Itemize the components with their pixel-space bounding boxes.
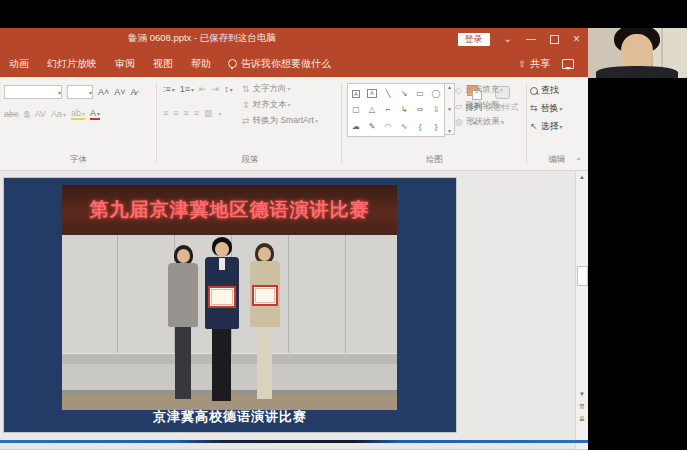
- highlight-color-icon[interactable]: ab: [71, 109, 85, 120]
- shape-outline-button[interactable]: ▱ 形状轮廓: [455, 100, 504, 112]
- group-label-font: 字体: [0, 154, 157, 166]
- bullets-icon[interactable]: :≡: [163, 85, 175, 94]
- shape-elbow-arrow-icon[interactable]: ↳: [401, 106, 408, 114]
- minimize-icon[interactable]: —: [526, 34, 536, 44]
- sign-in-button[interactable]: 登录: [458, 33, 490, 46]
- shapes-more-icon[interactable]: ▼: [447, 128, 452, 134]
- shape-textbox-icon[interactable]: A: [352, 90, 360, 98]
- grow-font-icon[interactable]: A˄: [98, 88, 109, 97]
- shapes-gallery[interactable]: A A ╲ ↘ ▭ ◯ ▢ △ ⌐ ↳ ⇨ ⇩ ☁ ✎ ◠ ∿ {: [347, 83, 445, 137]
- slide[interactable]: 第九届京津冀地区德语演讲比赛: [4, 178, 456, 432]
- video-call-stage: 鲁涵 0608.pptx - 已保存到这台电脑 登录 ⌄ — × 动画 幻灯片放…: [0, 0, 687, 450]
- shape-freeform-icon[interactable]: ✎: [369, 123, 376, 131]
- shape-curve-icon[interactable]: ∿: [401, 123, 408, 131]
- document-title: 鲁涵 0608.pptx - 已保存到这台电脑: [128, 32, 276, 45]
- previous-slide-button[interactable]: ⇈: [576, 402, 588, 412]
- slide-canvas[interactable]: 第九届京津冀地区德语演讲比赛: [0, 171, 588, 449]
- tell-me-label: 告诉我你想要做什么: [241, 57, 331, 71]
- tab-help[interactable]: 帮助: [182, 50, 220, 77]
- scroll-up-icon[interactable]: ▲: [576, 172, 588, 182]
- text-direction-button[interactable]: ⇅ 文字方向: [242, 83, 318, 95]
- title-bar: 鲁涵 0608.pptx - 已保存到这台电脑 登录 ⌄ — ×: [0, 28, 588, 50]
- shape-cloud-icon[interactable]: ☁: [352, 123, 360, 131]
- shape-triangle-icon[interactable]: △: [369, 106, 375, 114]
- align-text-icon: ⇕: [242, 101, 250, 110]
- comments-icon[interactable]: [562, 59, 574, 69]
- change-case-icon[interactable]: Aa: [51, 110, 66, 119]
- collapse-ribbon-icon[interactable]: ⌃: [575, 157, 582, 166]
- shape-vertical-textbox-icon[interactable]: A: [367, 89, 376, 98]
- next-slide-button[interactable]: ⇊: [576, 414, 588, 424]
- webcam-feed[interactable]: [588, 28, 687, 78]
- line-spacing-icon[interactable]: ↕: [224, 85, 233, 94]
- increase-indent-icon[interactable]: ⇥: [212, 85, 220, 94]
- replace-button[interactable]: ⇆ 替换: [530, 102, 563, 115]
- text-direction-icon: ⇅: [242, 85, 250, 94]
- tab-slideshow[interactable]: 幻灯片放映: [38, 50, 106, 77]
- font-size-combo[interactable]: [67, 85, 93, 99]
- numbering-icon[interactable]: 1≡: [180, 85, 194, 94]
- text-shadow-icon[interactable]: S: [24, 110, 30, 119]
- align-left-icon[interactable]: ≡: [163, 109, 168, 118]
- more-align-icon[interactable]: [218, 109, 222, 118]
- replace-icon: ⇆: [530, 104, 538, 113]
- shape-fill-button[interactable]: ◇ 形状填充: [455, 84, 504, 96]
- columns-icon[interactable]: ▥: [204, 109, 213, 118]
- shape-left-brace-icon[interactable]: {: [419, 123, 422, 131]
- tell-me-box[interactable]: 告诉我你想要做什么: [220, 57, 339, 71]
- font-color-icon[interactable]: A: [90, 109, 100, 120]
- convert-smartart-button[interactable]: ⇄ 转换为 SmartArt: [242, 115, 318, 127]
- shape-right-brace-icon[interactable]: }: [435, 123, 438, 131]
- character-spacing-icon[interactable]: AV: [35, 110, 46, 119]
- ribbon-display-options-icon[interactable]: ⌄: [504, 34, 512, 44]
- shape-elbow-connector-icon[interactable]: ⌐: [386, 106, 391, 114]
- shape-down-arrow-icon[interactable]: ⇩: [433, 106, 440, 114]
- shrink-font-icon[interactable]: A˅: [114, 88, 125, 97]
- vertical-scrollbar[interactable]: ▲ ▼ ⇈ ⇊: [575, 171, 588, 449]
- strikethrough-icon[interactable]: abc: [4, 110, 19, 119]
- justify-icon[interactable]: ≡: [194, 109, 199, 118]
- decrease-indent-icon[interactable]: ⇤: [199, 85, 207, 94]
- shape-line-icon[interactable]: ╲: [386, 90, 391, 98]
- shape-arc-icon[interactable]: ◠: [385, 123, 392, 131]
- shape-effects-icon: ◎: [455, 118, 463, 127]
- scrollbar-thumb[interactable]: [577, 266, 588, 286]
- shape-rectangle-icon[interactable]: ▭: [416, 90, 424, 98]
- group-font: A˄ A˅ A̷ abc S AV Aa ab A 字体: [0, 77, 157, 169]
- shapes-gallery-scrollbar[interactable]: ▲ ▼ ▼: [444, 83, 455, 135]
- group-shape-format: ◇ 形状填充 ▱ 形状轮廓 ◎ 形状效果: [455, 77, 527, 169]
- align-right-icon[interactable]: ≡: [184, 109, 189, 118]
- select-icon: ↖: [530, 122, 538, 131]
- align-text-button[interactable]: ⇕ 对齐文本: [242, 99, 318, 111]
- certificate-middle: [208, 286, 236, 308]
- shape-fill-icon: ◇: [455, 86, 462, 95]
- tab-review[interactable]: 审阅: [106, 50, 144, 77]
- share-button[interactable]: ⇧ 共享: [518, 57, 550, 71]
- shape-right-arrow-icon[interactable]: ⇨: [417, 106, 424, 114]
- webcam-person-body: [596, 66, 678, 78]
- font-name-combo[interactable]: [4, 85, 62, 99]
- shape-rounded-rectangle-icon[interactable]: ▢: [352, 106, 360, 114]
- shape-oval-icon[interactable]: ◯: [432, 90, 441, 98]
- scroll-down-icon[interactable]: ▼: [576, 389, 588, 399]
- ribbon: A˄ A˅ A̷ abc S AV Aa ab A 字体 :≡: [0, 77, 588, 171]
- clear-formatting-icon[interactable]: A̷: [131, 88, 137, 97]
- shape-outline-icon: ▱: [455, 102, 462, 111]
- find-button[interactable]: 查找: [530, 84, 563, 97]
- shape-effects-button[interactable]: ◎ 形状效果: [455, 116, 504, 128]
- shapes-scroll-up-icon[interactable]: ▲: [447, 84, 452, 90]
- shapes-scroll-down-icon[interactable]: ▼: [447, 106, 452, 112]
- share-icon: ⇧: [518, 59, 526, 69]
- share-label: 共享: [530, 57, 550, 71]
- tab-view[interactable]: 视图: [144, 50, 182, 77]
- shape-arrow-icon[interactable]: ↘: [401, 90, 408, 98]
- restore-window-icon[interactable]: [550, 35, 559, 44]
- group-label-paragraph: 段落: [158, 154, 342, 166]
- align-center-icon[interactable]: ≡: [173, 109, 178, 118]
- webcam-person-face: [621, 34, 653, 70]
- select-button[interactable]: ↖ 选择: [530, 120, 563, 133]
- ribbon-tab-row: 动画 幻灯片放映 审阅 视图 帮助 告诉我你想要做什么 ⇧ 共享: [0, 50, 588, 77]
- close-icon[interactable]: ×: [573, 33, 580, 45]
- slide-caption[interactable]: 京津冀高校德语演讲比赛: [4, 408, 456, 426]
- tab-animation[interactable]: 动画: [0, 50, 38, 77]
